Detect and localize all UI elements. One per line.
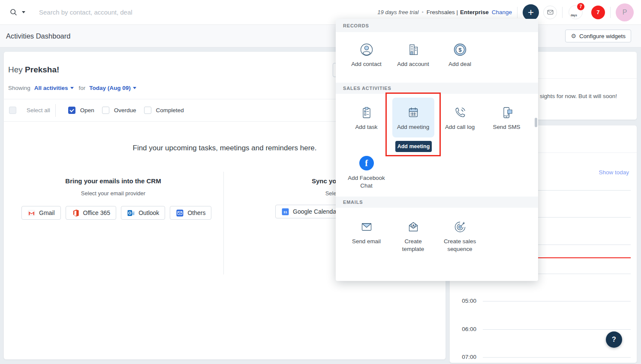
email-section-title: Bring your emails into the CRM	[21, 177, 205, 185]
create-sales-sequence-label: Create sales sequence	[441, 238, 479, 253]
add-task-item[interactable]: Add task	[343, 98, 390, 131]
add-meeting-tooltip-label: Add meeting	[397, 143, 430, 149]
search-scope-caret-icon[interactable]	[22, 11, 25, 13]
global-search[interactable]: Search by contact, account, deal	[9, 8, 132, 16]
completed-checkbox[interactable]	[144, 107, 151, 114]
svg-text:31: 31	[283, 210, 287, 214]
google-calendar-button[interactable]: 31 Google Calendar	[275, 205, 344, 218]
time-label-0700: 07:00	[460, 354, 476, 360]
office365-button[interactable]: Office 365	[66, 206, 117, 220]
greeting-name: Preksha!	[25, 65, 59, 74]
select-all-checkbox[interactable]	[9, 107, 16, 114]
trial-status-text: 19 days free trial	[377, 9, 418, 15]
open-label: Open	[80, 107, 94, 113]
chevron-down-icon	[70, 87, 74, 89]
add-account-icon	[405, 41, 422, 58]
chevron-down-icon	[133, 87, 136, 89]
page-title: Activities Dashboard	[6, 32, 70, 40]
calendar-gridline	[483, 329, 631, 330]
gear-icon: ⚙	[571, 33, 576, 39]
search-input[interactable]: Search by contact, account, deal	[39, 9, 132, 16]
create-sales-sequence-icon	[451, 218, 469, 236]
trial-days-widget[interactable]: days 7	[569, 5, 583, 19]
create-template-label: Create template	[396, 238, 430, 253]
trial-days-badge: 7	[577, 3, 585, 11]
send-email-item[interactable]: Send email	[343, 215, 390, 253]
add-task-label: Add task	[355, 123, 377, 131]
showing-label: Showing	[8, 85, 30, 91]
date-filter-value: Today (Aug 09)	[89, 85, 131, 91]
emails-section-header: EMAILS	[336, 197, 538, 208]
overdue-checkbox[interactable]	[102, 107, 109, 114]
quick-add-button[interactable]: +	[523, 4, 539, 21]
calendar-gridline	[483, 357, 631, 358]
add-facebook-chat-item[interactable]: f Add Facebook Chat	[343, 152, 390, 190]
office365-icon	[72, 209, 80, 217]
plan-name: Enterprise	[460, 9, 489, 15]
gmail-label: Gmail	[39, 209, 55, 216]
date-filter-dropdown[interactable]: Today (Aug 09)	[89, 85, 136, 91]
insights-placeholder-text: sights for now. But it will soon!	[540, 93, 617, 99]
add-meeting-tooltip: Add meeting	[395, 141, 432, 152]
others-label: Others	[187, 209, 205, 216]
add-meeting-item[interactable]: Add meeting	[390, 98, 436, 131]
google-calendar-label: Google Calendar	[293, 208, 338, 215]
activity-type-dropdown[interactable]: All activities	[34, 85, 74, 91]
email-inbox-button[interactable]	[543, 6, 557, 19]
send-email-label: Send email	[352, 238, 381, 245]
add-deal-label: Add deal	[448, 60, 471, 68]
divider	[562, 7, 563, 18]
open-checkbox[interactable]	[68, 107, 75, 114]
others-button[interactable]: Others	[170, 206, 211, 220]
notifications-button[interactable]: 7	[591, 6, 605, 19]
add-account-item[interactable]: Add account	[390, 36, 436, 68]
add-call-log-item[interactable]: Add call log	[436, 98, 483, 131]
add-facebook-chat-label: Add Facebook Chat	[345, 174, 388, 190]
time-label-0600: 06:00	[460, 326, 476, 332]
add-call-log-label: Add call log	[445, 123, 475, 131]
others-email-icon	[176, 209, 184, 217]
filter-summary-row: Showing All activities for Today (Aug 09…	[8, 85, 136, 91]
greeting: Hey Preksha!	[8, 65, 59, 75]
change-plan-link[interactable]: Change	[492, 9, 512, 15]
outlook-button[interactable]: Outlook	[121, 206, 165, 220]
create-template-item[interactable]: ★ Create template	[390, 215, 436, 253]
add-deal-item[interactable]: $ Add deal	[436, 36, 483, 68]
show-today-link[interactable]: Show today	[599, 169, 629, 176]
send-sms-label: Send SMS	[493, 123, 520, 131]
configure-widgets-button[interactable]: ⚙ Configure widgets	[565, 30, 631, 42]
sales-activities-section-title: SALES ACTIVITIES	[343, 86, 391, 91]
emails-section-title: EMAILS	[343, 200, 363, 205]
help-button[interactable]: ?	[606, 331, 622, 348]
dropdown-scrollbar-thumb[interactable]	[535, 118, 537, 127]
email-integration-section: Bring your emails into the CRM Select yo…	[21, 177, 205, 220]
create-template-icon: ★	[405, 218, 422, 236]
records-items-row: Add contact Add account $ Add deal	[343, 36, 483, 68]
gmail-icon	[27, 209, 36, 217]
google-calendar-icon: 31	[281, 208, 289, 216]
add-meeting-label: Add meeting	[397, 123, 429, 131]
email-section-subtitle: Select your email provider	[21, 190, 205, 197]
send-email-icon	[358, 218, 375, 236]
trial-days-caption: days	[571, 14, 577, 17]
calendar-gridline	[483, 301, 631, 301]
search-icon[interactable]	[9, 8, 18, 16]
records-section-title: RECORDS	[343, 23, 369, 28]
greeting-prefix: Hey	[8, 65, 23, 74]
emails-items-row: Send email ★ Create template Create sale…	[343, 215, 483, 253]
overdue-label: Overdue	[114, 107, 136, 113]
gmail-button[interactable]: Gmail	[21, 206, 61, 220]
add-contact-icon	[358, 41, 375, 58]
for-label: for	[79, 85, 86, 91]
divider	[517, 7, 518, 18]
add-account-label: Add account	[397, 60, 429, 68]
create-sales-sequence-item[interactable]: Create sales sequence	[436, 215, 483, 253]
divider	[223, 172, 224, 274]
facebook-icon: f	[359, 156, 374, 170]
send-sms-item[interactable]: Send SMS	[483, 98, 530, 131]
envelope-icon	[547, 9, 554, 16]
add-contact-label: Add contact	[351, 60, 382, 68]
add-contact-item[interactable]: Add contact	[343, 36, 390, 68]
select-all-label: Select all	[27, 107, 50, 113]
user-avatar[interactable]: P	[616, 3, 634, 21]
